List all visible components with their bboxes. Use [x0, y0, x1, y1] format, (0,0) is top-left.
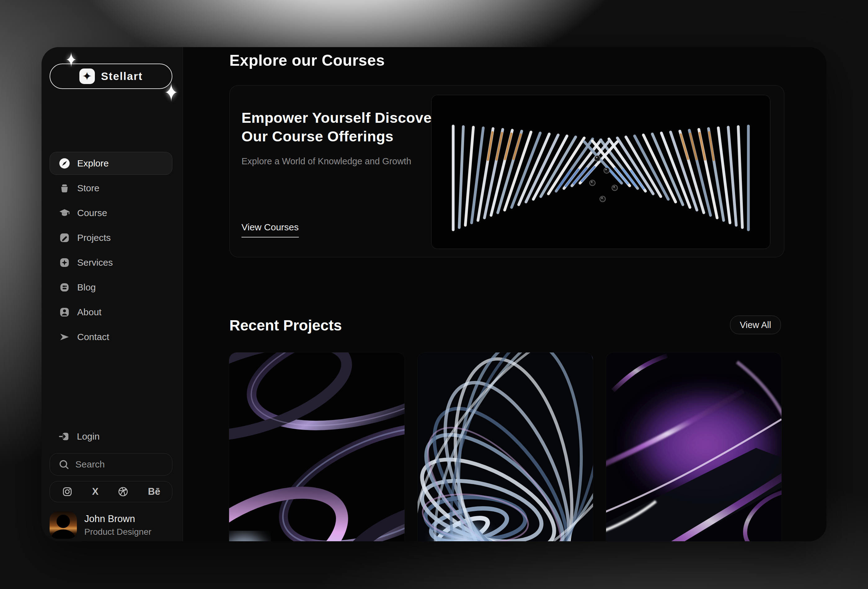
- login-button[interactable]: Login: [50, 425, 172, 448]
- main-content: Explore our Courses Empower Yourself Dis…: [183, 47, 827, 541]
- x-icon[interactable]: X: [92, 486, 99, 497]
- search-icon: [58, 459, 70, 470]
- hero-illustration: [431, 95, 771, 249]
- star-icon: [59, 257, 70, 269]
- view-courses-link[interactable]: View Courses: [242, 222, 299, 238]
- dribbble-icon[interactable]: [118, 486, 128, 497]
- logo-text: Stellart: [101, 70, 143, 83]
- sidebar-item-label: Blog: [77, 282, 96, 293]
- search-field[interactable]: [50, 453, 172, 475]
- graduation-cap-icon: [59, 207, 70, 219]
- sparkle-icon: ✦: [164, 80, 178, 105]
- sidebar-item-blog[interactable]: Blog: [50, 276, 172, 299]
- sidebar-item-label: Course: [77, 208, 107, 218]
- sidebar-item-label: About: [77, 307, 101, 317]
- sidebar-item-services[interactable]: Services: [50, 251, 172, 274]
- user-profile[interactable]: John Brown Product Designer: [50, 512, 172, 539]
- sidebar-item-label: Services: [77, 257, 113, 268]
- sidebar: ✦ ✦ Stellart ✦ Explore Store: [41, 47, 183, 541]
- hero-title-line1: Empower Yourself Discover: [242, 108, 437, 127]
- login-icon: [58, 431, 70, 442]
- avatar: [50, 512, 77, 539]
- profile-name: John Brown: [84, 513, 151, 524]
- sparkle-icon: ✦: [66, 50, 77, 70]
- sidebar-item-label: Explore: [77, 158, 109, 169]
- hero-title-line2: Our Course Offerings: [242, 127, 437, 146]
- app-window: ✦ ✦ Stellart ✦ Explore Store: [41, 47, 827, 541]
- sidebar-item-label: Contact: [77, 332, 109, 342]
- blog-icon: [59, 282, 70, 293]
- hero-title: Empower Yourself Discover Our Course Off…: [242, 108, 437, 146]
- page-title: Explore our Courses: [229, 52, 385, 69]
- compass-icon: [59, 158, 70, 169]
- behance-icon[interactable]: Bē: [148, 486, 160, 497]
- search-input[interactable]: [75, 459, 165, 469]
- project-card-3[interactable]: [606, 352, 782, 541]
- instagram-icon[interactable]: [62, 486, 73, 497]
- sidebar-item-explore[interactable]: Explore: [50, 152, 172, 175]
- sidebar-item-store[interactable]: Store: [50, 177, 172, 200]
- sidebar-item-course[interactable]: Course: [50, 202, 172, 224]
- sidebar-nav: Explore Store Course Projects: [50, 152, 172, 350]
- sidebar-item-projects[interactable]: Projects: [50, 226, 172, 249]
- logo[interactable]: ✦ ✦ Stellart ✦: [50, 63, 172, 89]
- profile-role: Product Designer: [84, 527, 151, 537]
- sidebar-item-label: Projects: [77, 232, 111, 243]
- hero-card: Empower Yourself Discover Our Course Off…: [229, 85, 784, 257]
- login-label: Login: [77, 431, 99, 442]
- hero-subtitle: Explore a World of Knowledge and Growth: [242, 156, 411, 167]
- sidebar-item-about[interactable]: About: [50, 301, 172, 324]
- pen-icon: [59, 232, 70, 244]
- recent-projects-heading: Recent Projects: [229, 317, 342, 334]
- view-all-button[interactable]: View All: [730, 316, 781, 334]
- store-icon: [59, 182, 70, 194]
- social-links: X Bē: [50, 481, 172, 502]
- project-card-2[interactable]: [417, 352, 593, 541]
- person-icon: [59, 306, 70, 318]
- send-icon: [59, 331, 70, 343]
- logo-star-icon: ✦: [79, 68, 95, 84]
- sidebar-item-label: Store: [77, 183, 99, 193]
- project-card-1[interactable]: [229, 352, 405, 541]
- sidebar-item-contact[interactable]: Contact: [50, 326, 172, 348]
